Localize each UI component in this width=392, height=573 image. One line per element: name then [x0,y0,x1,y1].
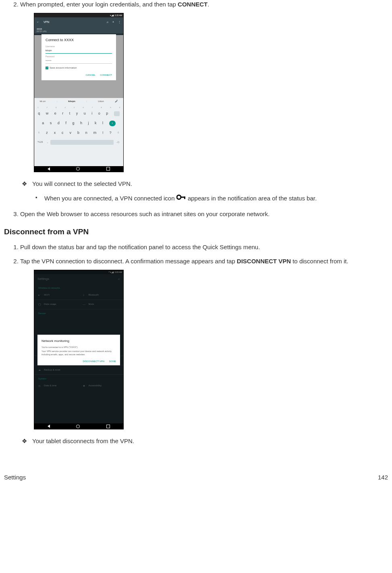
home-nav-icon[interactable] [76,167,80,171]
back-nav-icon[interactable] [48,425,50,428]
on-screen-keyboard[interactable]: 1234567890 qwertyuiop asdfghjkl › ⇧ zxcv… [34,105,123,166]
step-text-tail: . [207,1,209,8]
result-bullets: ❖ Your tablet disconnects from the VPN. [20,437,388,446]
connect-button[interactable]: CONNECT [100,74,112,76]
appbar-title: VPN [44,20,49,24]
step-text: When prompted, enter your login credenti… [20,1,178,8]
diamond-bullet-icon: ❖ [20,179,28,188]
dialog-title: Connect to XXXX [46,38,112,43]
cancel-button[interactable]: CANCEL [86,74,95,76]
connect-step-2: When prompted, enter your login credenti… [20,0,388,203]
recent-nav-icon[interactable] [106,167,110,171]
nav-bar [34,166,123,172]
screenshot-vpn-connect: ▾◢▮ 2:15 AM ← VPN ⌕ + ⋮ XXXX PPTP VPN Co… [34,13,388,172]
step-text: Pull down the status bar and tap the not… [20,244,260,250]
diamond-bullet-icon: ❖ [20,437,28,446]
step-text-tail: to disconnect from it. [291,258,348,265]
connect-dialog: Connect to XXXX Username kitvpn Password… [41,34,116,80]
step-text: Tap the VPN connection to disconnect. A … [20,258,237,265]
shift-key-right[interactable]: ⇧ [117,131,119,135]
emoji-key[interactable]: ☺ [117,140,120,145]
backspace-key[interactable] [114,111,120,116]
app-bar: ← VPN ⌕ + ⋮ [34,17,123,27]
save-account-checkbox[interactable]: ✓ Save account information [46,66,112,70]
symbols-key[interactable]: ?123 [37,140,47,144]
connect-steps-list: When prompted, enter your login credenti… [4,0,388,219]
connect-step-3: Open the Web browser to access resources… [20,210,388,219]
back-nav-icon[interactable] [48,167,50,171]
network-monitoring-dialog: Network monitoring You're connected to a… [37,335,120,365]
checkbox-icon: ✓ [46,67,48,69]
result-bullet: ❖ Your tablet disconnects from the VPN. [20,437,388,446]
disconnect-step-2: Tap the VPN connection to disconnect. A … [20,257,388,446]
go-key[interactable]: › [109,121,116,126]
disconnect-keyword: DISCONNECT VPN [237,258,291,265]
done-button[interactable]: DONE [109,360,116,363]
shift-key[interactable]: ⇧ [38,131,40,135]
svg-point-0 [177,195,181,199]
home-nav-icon[interactable] [76,425,80,428]
nav-bar [34,423,123,429]
connect-keyword: CONNECT [178,1,207,8]
disconnect-vpn-button[interactable]: DISCONNECT VPN [83,360,104,363]
username-input[interactable]: kitvpn [46,48,112,54]
dialog-line-2: Your VPN service provider can monitor yo… [41,350,116,356]
status-bar: ▾◢▮ 2:15 AM [34,13,123,17]
dialog-title: Network monitoring [41,339,116,344]
mic-icon[interactable]: 🎤 [115,100,118,103]
dialog-line-1: You're connected to a VPN ("XXXX"). [41,346,116,349]
username-label: Username [46,45,112,48]
footer-section: Settings [4,474,26,481]
disconnect-step-1: Pull down the status bar and tap the not… [20,243,388,252]
disconnect-steps-list: Pull down the status bar and tap the not… [4,243,388,446]
footer-page-number: 142 [378,474,388,481]
square-bullet-icon: ■ [32,196,40,200]
svg-rect-2 [184,197,185,199]
vpn-key-icon [176,194,186,203]
more-icon[interactable]: ⋮ [118,20,121,24]
keyboard-suggestions[interactable]: kit on | kitvpn | Litton 🎤 [34,98,123,105]
password-input[interactable]: ••••••• [46,58,112,64]
result-bullets: ❖ You will connect to the selected VPN. … [20,179,388,203]
add-icon[interactable]: + [112,20,114,24]
search-icon[interactable]: ⌕ [107,20,108,24]
section-heading: Disconnect from a VPN [4,227,388,236]
back-icon[interactable]: ← [37,20,39,24]
result-bullet: ❖ You will connect to the selected VPN. … [20,179,388,203]
sub-result-bullet: ■ When you are connected, a VPN connecte… [32,194,388,203]
password-label: Password [46,55,112,58]
spacebar[interactable] [50,140,114,145]
screenshot-vpn-disconnect: ᵒʳ ▾◢▮ 2:23 AM Settings ⌕ Wireless & net… [34,270,388,429]
recent-nav-icon[interactable] [106,425,110,428]
page-footer: Settings 142 [0,474,392,481]
step-text: Open the Web browser to access resources… [20,210,270,217]
